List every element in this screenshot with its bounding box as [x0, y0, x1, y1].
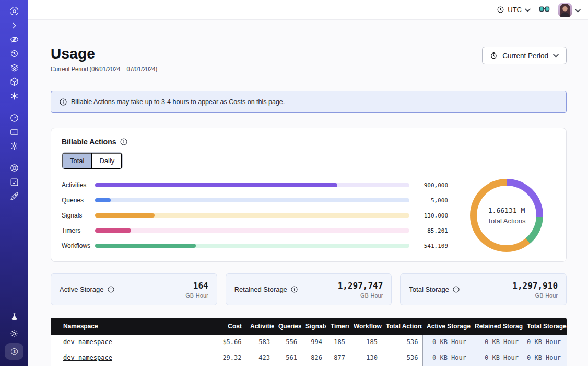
user-menu[interactable] [558, 3, 581, 17]
usage-dollar-icon[interactable]: $ [5, 343, 23, 360]
goggles-icon[interactable] [539, 5, 550, 15]
column-header-timers: Timers [326, 318, 349, 335]
sidebar-divider [0, 107, 28, 107]
timezone-selector[interactable]: UTC [497, 6, 531, 14]
storage-card-label: Retained Storage [234, 285, 298, 293]
billable-bar-chart: Activities900,000Queries5,000Signals130,… [62, 181, 457, 249]
column-header-namespace: Namespace [51, 318, 196, 335]
cell-active_storage: 0 KB-Hour [422, 335, 471, 350]
namespace-usage-table: NamespaceCostActivitiesQueriesSignalsTim… [51, 318, 567, 366]
bar-row-queries: Queries5,000 [62, 197, 448, 204]
cell-timers: 185 [326, 335, 349, 350]
bar-fill [95, 183, 337, 187]
storage-card-value: 1,297,910 [512, 281, 558, 291]
topbar: UTC [28, 0, 588, 20]
billable-actions-title: Billable Actions [62, 138, 556, 146]
cell-signals: 826 [301, 350, 326, 365]
bar-row-workflows: Workflows541,109 [62, 242, 448, 249]
donut-center: 1.66131 M Total Actions [470, 179, 543, 252]
cell-signals: 994 [301, 335, 326, 350]
namespace-link[interactable]: dev-namespace [63, 338, 112, 346]
billable-chart: Activities900,000Queries5,000Signals130,… [62, 179, 556, 252]
bar-track [95, 183, 409, 187]
rocket-icon[interactable] [5, 189, 23, 203]
period-selector-button[interactable]: Current Period [482, 47, 567, 64]
info-icon[interactable] [291, 286, 298, 293]
cell-total_storage: 0 KB-Hour [523, 350, 567, 365]
cell-retained_storage: 0 KB-Hour [471, 350, 523, 365]
bar-track [95, 228, 409, 233]
bar-fill [95, 244, 196, 248]
namespace-link[interactable]: dev-namespace [63, 354, 112, 361]
gauge-icon[interactable] [5, 111, 23, 125]
history-retry-icon[interactable] [5, 47, 23, 61]
info-icon[interactable] [108, 286, 114, 293]
chevron-down-icon [525, 6, 531, 14]
cell-retained_storage: 0 KB-Hour [471, 335, 523, 350]
eye-icon[interactable] [5, 32, 23, 47]
storage-card-value: 1,297,747 [338, 281, 383, 291]
bar-label: Signals [62, 212, 95, 219]
cell-workflows: 130 [349, 350, 382, 365]
cell-activities: 583 [246, 335, 274, 350]
layers-icon[interactable] [5, 61, 23, 75]
chevron-right-icon[interactable] [5, 18, 23, 32]
cell-total_actions: 536 [382, 335, 422, 350]
total-storage-card: Total Storage 1,297,910GB-Hour [400, 273, 567, 305]
column-header-total_actions: Total Actions [382, 318, 422, 335]
sidebar-divider [0, 157, 28, 157]
cell-cost: 29.32 [196, 350, 246, 365]
column-header-activities: Activities [246, 318, 274, 335]
asterisk-icon[interactable] [5, 89, 23, 103]
table-row: dev-namespace29.324235618268771305360 KB… [51, 350, 567, 365]
page-header: Usage Current Period (06/01/2024 – 07/01… [51, 45, 567, 72]
bar-track [95, 213, 409, 218]
period-button-label: Current Period [502, 52, 548, 60]
cell-workflows: 185 [349, 335, 382, 350]
storage-card-unit: GB-Hour [338, 292, 383, 299]
bar-label: Timers [62, 227, 95, 234]
info-icon[interactable] [453, 286, 460, 293]
stopwatch-icon [490, 51, 498, 60]
docs-terminal-icon[interactable] [5, 175, 23, 189]
storage-card-label: Active Storage [60, 285, 114, 293]
active-storage-card: Active Storage 164GB-Hour [51, 273, 217, 305]
billable-view-tabs: TotalDaily [62, 152, 123, 169]
total-actions-value: 1.66131 M [488, 207, 525, 214]
column-header-total_storage: Total Storage [523, 318, 567, 335]
bar-track [95, 198, 409, 202]
lab-flask-icon[interactable] [5, 310, 23, 324]
bar-label: Queries [62, 197, 95, 204]
bar-value: 85,201 [418, 227, 448, 234]
billing-card-icon[interactable] [5, 125, 23, 139]
cell-active_storage: 0 KB-Hour [422, 350, 471, 365]
chevron-down-icon [575, 5, 581, 15]
bar-fill [95, 228, 131, 233]
cube-icon[interactable] [5, 75, 23, 89]
tab-total[interactable]: Total [62, 153, 92, 169]
cell-total_actions: 536 [382, 350, 422, 365]
temporal-logo-icon[interactable] [5, 4, 23, 18]
tab-daily[interactable]: Daily [92, 153, 122, 169]
storage-card-unit: GB-Hour [512, 292, 558, 299]
total-actions-donut: 1.66131 M Total Actions [457, 179, 556, 252]
page-subtitle: Current Period (06/01/2024 – 07/01/2024) [51, 66, 157, 72]
theme-sun-icon[interactable] [5, 326, 23, 340]
info-icon[interactable] [120, 138, 127, 145]
billable-actions-card: Billable Actions TotalDaily Activities90… [51, 128, 567, 262]
user-avatar [558, 3, 572, 17]
column-header-workflows: Workflows [349, 318, 382, 335]
bar-value: 130,000 [418, 212, 448, 219]
cell-namespace: dev-namespace [51, 335, 196, 350]
column-header-queries: Queries [274, 318, 301, 335]
table-header: NamespaceCostActivitiesQueriesSignalsTim… [51, 318, 567, 335]
bar-fill [95, 213, 155, 218]
support-lifebuoy-icon[interactable] [5, 161, 23, 175]
table-row: dev-namespace$5.665835569941851855360 KB… [51, 335, 567, 350]
timezone-label: UTC [508, 6, 522, 14]
cell-queries: 556 [274, 335, 301, 350]
cell-queries: 561 [274, 350, 301, 365]
settings-gear-icon[interactable] [5, 139, 23, 153]
banner-text: Billable Actions may take up to 3-4 hour… [71, 98, 285, 106]
info-icon [60, 98, 67, 106]
